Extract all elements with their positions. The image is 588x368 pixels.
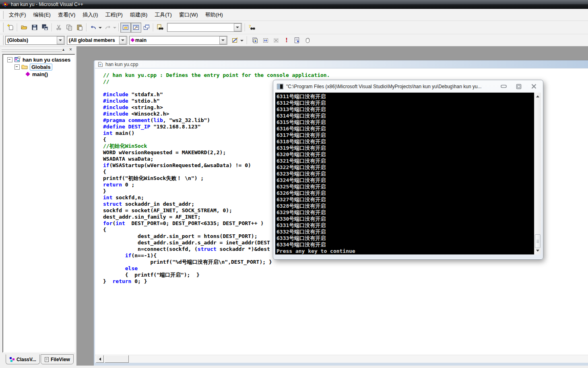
window-list-button[interactable] — [141, 23, 152, 33]
console-titlebar[interactable]: "C:\Program Files (x86)\Microsoft Visual… — [273, 80, 543, 93]
save-all-button[interactable] — [40, 23, 50, 33]
wizard-action-button[interactable] — [230, 35, 240, 45]
execute-program-button[interactable]: ! — [281, 35, 292, 45]
toggle-breakpoint-button[interactable] — [302, 35, 313, 45]
members-combo-value[interactable]: (All global members — [67, 37, 119, 43]
console-line: 6316号端口没有开启 — [276, 126, 534, 132]
undo-icon — [90, 24, 97, 31]
class-combo[interactable]: (Globals) — [5, 36, 65, 45]
search-help-icon: ? — [248, 24, 256, 31]
save-button[interactable] — [29, 23, 40, 33]
redo-button[interactable] — [103, 23, 113, 33]
new-file-button[interactable] — [5, 23, 16, 33]
window-titlebar[interactable]: han kun yu - Microsoft Visual C++ — [0, 0, 588, 9]
find-in-files-button[interactable] — [155, 23, 165, 33]
tab-classview[interactable]: ClassV... — [6, 354, 40, 364]
menu-item-3[interactable]: 插入(I) — [79, 10, 101, 20]
pane-close-button[interactable]: × — [68, 47, 73, 52]
tree-globals-label[interactable]: Globals — [30, 64, 52, 70]
find-combo-dropdown[interactable] — [234, 23, 241, 31]
collapse-icon[interactable] — [7, 57, 12, 62]
go-debug-button[interactable] — [292, 35, 302, 45]
menu-item-8[interactable]: 帮助(H) — [202, 10, 227, 20]
compile-button[interactable] — [250, 35, 260, 45]
editor-hscrollbar[interactable] — [95, 355, 588, 363]
menu-gripper[interactable] — [1, 11, 4, 19]
tab-fileview[interactable]: FileView — [41, 354, 74, 364]
menu-item-1[interactable]: 编辑(E) — [30, 10, 54, 20]
wizard-action-icon — [232, 37, 238, 43]
console-icon — [277, 84, 283, 89]
console-output[interactable]: 6311号端口没有开启6312号端口没有开启6313号端口没有开启6314号端口… — [275, 93, 534, 254]
chevron-down-icon — [236, 27, 239, 30]
close-icon — [531, 84, 537, 89]
menu-item-4[interactable]: 工程(P) — [102, 10, 126, 20]
function-combo-dropdown[interactable] — [219, 36, 227, 44]
console-minimize-button[interactable] — [498, 83, 510, 90]
function-combo-value[interactable]: main — [130, 37, 219, 43]
workspace-pane-header[interactable]: ▴ × — [0, 46, 76, 54]
hscroll-thumb[interactable] — [105, 355, 129, 363]
scroll-down-arrow[interactable] — [534, 248, 541, 254]
console-line: 6330号端口没有开启 — [276, 216, 534, 222]
vscroll-thumb[interactable] — [535, 234, 541, 248]
toggle-output-button[interactable] — [131, 23, 141, 33]
pane-minimize-button[interactable]: ▴ — [61, 47, 66, 52]
console-line: 6321号端口没有开启 — [276, 158, 534, 164]
members-combo[interactable]: (All global members — [67, 36, 127, 45]
menu-item-6[interactable]: 工具(T) — [151, 10, 175, 20]
find-combo[interactable] — [167, 23, 242, 32]
open-file-button[interactable] — [19, 23, 29, 33]
code-line: } return 0; } — [103, 278, 588, 285]
wizard-action-caret[interactable] — [240, 40, 243, 43]
tree-item-root[interactable]: han kun yu classes — [7, 56, 74, 63]
console-maximize-button[interactable] — [513, 83, 525, 90]
editor-titlebar[interactable]: han kun yu.cpp — [95, 60, 588, 68]
tree-item-globals[interactable]: Globals — [14, 63, 74, 70]
collapse-icon[interactable] — [14, 64, 20, 70]
console-line: 6311号端口没有开启 — [276, 93, 534, 100]
copy-button[interactable] — [64, 23, 74, 33]
members-combo-dropdown[interactable] — [119, 36, 126, 44]
wizardbar-gripper[interactable] — [1, 35, 4, 45]
menu-item-2[interactable]: 查看(V) — [54, 10, 79, 20]
execute-icon: ! — [285, 37, 288, 43]
console-line: 6328号端口没有开启 — [276, 203, 534, 209]
toolbar-separator — [118, 23, 119, 31]
toggle-workspace-button[interactable] — [120, 23, 131, 33]
tree-main-label[interactable]: main() — [32, 71, 48, 77]
redo-dropdown-caret[interactable] — [113, 27, 116, 30]
stop-build-button[interactable] — [271, 35, 281, 45]
scroll-left-arrow[interactable] — [96, 355, 104, 363]
workspace-pane: ▴ × han kun yu classes Globals main — [0, 46, 76, 366]
classview-tree[interactable]: han kun yu classes Globals main() — [2, 54, 75, 353]
open-folder-icon — [21, 24, 27, 31]
stop-build-icon — [273, 37, 279, 43]
console-line: 6323号端口没有开启 — [276, 171, 534, 177]
class-combo-dropdown[interactable] — [57, 36, 64, 44]
console-scrollbar[interactable] — [534, 93, 541, 254]
tab-classview-label: ClassV... — [17, 357, 36, 362]
toolbar-separator — [17, 23, 18, 31]
console-close-button[interactable] — [528, 83, 540, 90]
undo-button[interactable] — [88, 23, 99, 33]
undo-dropdown-caret[interactable] — [99, 27, 102, 30]
console-line: 6332号端口没有开启 — [276, 229, 534, 235]
console-line: Press any key to continue — [276, 248, 534, 254]
cut-button[interactable] — [54, 23, 64, 33]
menu-item-5[interactable]: 组建(B) — [126, 10, 151, 20]
output-pane-icon — [133, 24, 139, 31]
function-combo[interactable]: main — [129, 36, 227, 45]
menu-bar-row: 文件(F)编辑(E)查看(V)插入(I)工程(P)组建(B)工具(T)窗口(W)… — [0, 9, 588, 21]
tree-root-label[interactable]: han kun yu classes — [23, 57, 70, 63]
toolbar-separator — [86, 23, 87, 31]
tree-item-main[interactable]: main() — [25, 70, 74, 78]
search-in-files-button[interactable]: ? — [247, 23, 257, 33]
menu-item-0[interactable]: 文件(F) — [5, 10, 30, 20]
scroll-up-arrow[interactable] — [534, 93, 541, 99]
class-combo-value[interactable]: (Globals) — [6, 37, 57, 43]
paste-button[interactable] — [74, 23, 85, 33]
build-button[interactable] — [260, 35, 271, 45]
toolbar-gripper[interactable] — [1, 23, 4, 32]
menu-item-7[interactable]: 窗口(W) — [175, 10, 202, 20]
